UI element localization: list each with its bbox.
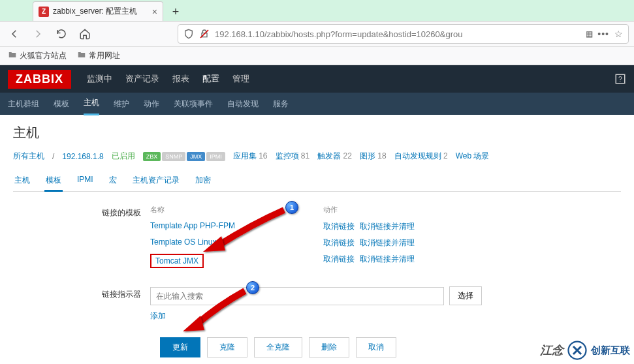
bookmark-common-urls[interactable]: 常用网址	[77, 50, 120, 61]
nav-inventory[interactable]: 资产记录	[125, 65, 159, 93]
bc-separator: /	[52, 152, 54, 161]
home-button[interactable]	[76, 25, 94, 43]
subnav-hostgroups[interactable]: 主机群组	[8, 93, 39, 115]
nav-monitoring[interactable]: 监测中	[87, 65, 112, 93]
watermark-logo-icon	[567, 341, 587, 360]
status-badge: 已启用	[112, 151, 135, 162]
folder-icon	[8, 50, 17, 61]
favicon: Z	[39, 7, 49, 17]
breadcrumb-row: 所有主机 / 192.168.1.8 已启用 ZBX SNMP JMX IPMI…	[13, 151, 621, 162]
subnav-discovery[interactable]: 自动发现	[227, 93, 259, 115]
main-nav: 监测中 资产记录 报表 配置 管理	[87, 65, 249, 93]
bc-all-hosts[interactable]: 所有主机	[13, 151, 44, 162]
badge-zbx: ZBX	[143, 152, 161, 161]
zabbix-app: ZABBIX 监测中 资产记录 报表 配置 管理 ? 主机群组 模板 主机 维护…	[0, 65, 634, 364]
count-graphs[interactable]: 图形 18	[360, 151, 387, 162]
count-discovery[interactable]: 自动发现规则 2	[394, 151, 448, 162]
browser-tab-strip: Z zabbix_server: 配置主机 × +	[0, 0, 634, 21]
browser-toolbar: 192.168.1.10/zabbix/hosts.php?form=updat…	[0, 21, 634, 47]
linked-templates-row: 链接的模板 名称 动作 Template App PHP-FPM 取消链接 取消…	[13, 205, 621, 271]
delete-button[interactable]: 删除	[309, 337, 349, 357]
address-bar[interactable]: 192.168.1.10/zabbix/hosts.php?form=updat…	[178, 24, 629, 44]
page-title: 主机	[13, 124, 621, 142]
detail-tabs: 主机 模板 IPMI 宏 主机资产记录 加密	[13, 171, 621, 192]
sub-nav: 主机群组 模板 主机 维护 动作 关联项事件 自动发现 服务	[0, 93, 634, 115]
clone-button[interactable]: 克隆	[207, 337, 247, 357]
back-button[interactable]	[5, 25, 24, 43]
badge-jmx: JMX	[187, 152, 205, 161]
template-highlight-box: Tomcat JMX	[150, 254, 204, 268]
count-web[interactable]: Web 场景	[456, 151, 490, 162]
subnav-correlation[interactable]: 关联项事件	[174, 93, 213, 115]
bookmark-firefox-official[interactable]: 火狐官方站点	[8, 50, 67, 61]
unlink-clear-link[interactable]: 取消链接并清理	[360, 221, 415, 232]
reload-button[interactable]	[52, 25, 71, 43]
link-indicator-label: 链接指示器	[13, 286, 150, 322]
browser-tab[interactable]: Z zabbix_server: 配置主机 ×	[33, 1, 163, 21]
badge-snmp: SNMP	[162, 152, 185, 161]
tab-host[interactable]: 主机	[13, 171, 31, 191]
forward-button[interactable]	[29, 25, 47, 43]
tab-inventory[interactable]: 主机资产记录	[131, 171, 181, 191]
action-header: 动作	[323, 205, 338, 215]
folder-icon	[77, 50, 86, 61]
tab-macros[interactable]: 宏	[108, 171, 118, 191]
unlink-link[interactable]: 取消链接	[323, 237, 355, 249]
count-items[interactable]: 监控项 81	[276, 151, 310, 162]
agent-badges: ZBX SNMP JMX IPMI	[143, 152, 225, 161]
table-row: Template OS Linux 取消链接 取消链接并清理	[150, 235, 621, 251]
badge-ipmi: IPMI	[206, 152, 225, 161]
crossed-lock-icon	[199, 29, 210, 39]
bc-host-ip[interactable]: 192.168.1.8	[62, 152, 103, 161]
tab-ipmi[interactable]: IPMI	[76, 171, 95, 191]
unlink-link[interactable]: 取消链接	[323, 221, 355, 232]
subnav-services[interactable]: 服务	[273, 93, 289, 115]
unlink-link[interactable]: 取消链接	[323, 254, 355, 268]
page-actions-icon[interactable]: •••	[597, 29, 609, 39]
new-tab-button[interactable]: +	[166, 3, 185, 21]
unlink-clear-link[interactable]: 取消链接并清理	[360, 237, 415, 249]
search-input[interactable]	[150, 287, 444, 305]
count-triggers[interactable]: 触发器 22	[317, 151, 352, 162]
template-link-phpfpm[interactable]: Template App PHP-FPM	[150, 221, 235, 230]
subnav-maintenance[interactable]: 维护	[114, 93, 129, 115]
table-row: Tomcat JMX 取消链接 取消链接并清理	[150, 251, 621, 271]
table-row: Template App PHP-FPM 取消链接 取消链接并清理	[150, 219, 621, 235]
url-text: 192.168.1.10/zabbix/hosts.php?form=updat…	[215, 29, 580, 39]
support-icon[interactable]: ?	[614, 73, 626, 85]
tab-templates[interactable]: 模板	[44, 171, 63, 192]
cancel-button[interactable]: 取消	[356, 337, 396, 357]
reader-icon[interactable]: ▦	[586, 29, 592, 38]
watermark-text-1: 江念	[540, 342, 563, 358]
bookmark-bar: 火狐官方站点 常用网址	[0, 47, 634, 65]
subnav-templates[interactable]: 模板	[54, 93, 69, 115]
bookmark-label: 常用网址	[89, 50, 120, 61]
content-area: 主机 所有主机 / 192.168.1.8 已启用 ZBX SNMP JMX I…	[0, 115, 634, 364]
full-clone-button[interactable]: 全克隆	[254, 337, 302, 357]
close-tab-icon[interactable]: ×	[152, 7, 157, 17]
template-table-header: 名称 动作	[150, 205, 621, 215]
linked-templates-label: 链接的模板	[13, 205, 150, 271]
subnav-hosts[interactable]: 主机	[84, 92, 99, 115]
watermark-text-2: 创新互联	[591, 344, 630, 357]
unlink-clear-link[interactable]: 取消链接并清理	[360, 254, 415, 268]
nav-administration[interactable]: 管理	[232, 65, 249, 93]
add-link[interactable]: 添加	[150, 311, 166, 322]
update-button[interactable]: 更新	[160, 337, 200, 357]
nav-configuration[interactable]: 配置	[202, 65, 219, 93]
link-indicator-row: 链接指示器 选择 添加	[13, 286, 621, 322]
select-button[interactable]: 选择	[449, 286, 482, 305]
zabbix-logo[interactable]: ZABBIX	[8, 70, 71, 89]
tab-encryption[interactable]: 加密	[194, 171, 212, 191]
zabbix-header: ZABBIX 监测中 资产记录 报表 配置 管理 ?	[0, 65, 634, 93]
nav-reports[interactable]: 报表	[172, 65, 189, 93]
template-link-tomcatjmx[interactable]: Tomcat JMX	[155, 256, 198, 265]
svg-text:?: ?	[618, 75, 622, 83]
bookmark-star-icon[interactable]: ☆	[614, 29, 623, 39]
count-apps[interactable]: 应用集 16	[233, 151, 268, 162]
watermark: 江念 创新互联	[540, 341, 630, 360]
tab-title: zabbix_server: 配置主机	[53, 6, 148, 17]
subnav-actions[interactable]: 动作	[144, 93, 159, 115]
template-link-oslinux[interactable]: Template OS Linux	[150, 237, 216, 247]
bookmark-label: 火狐官方站点	[20, 50, 67, 61]
